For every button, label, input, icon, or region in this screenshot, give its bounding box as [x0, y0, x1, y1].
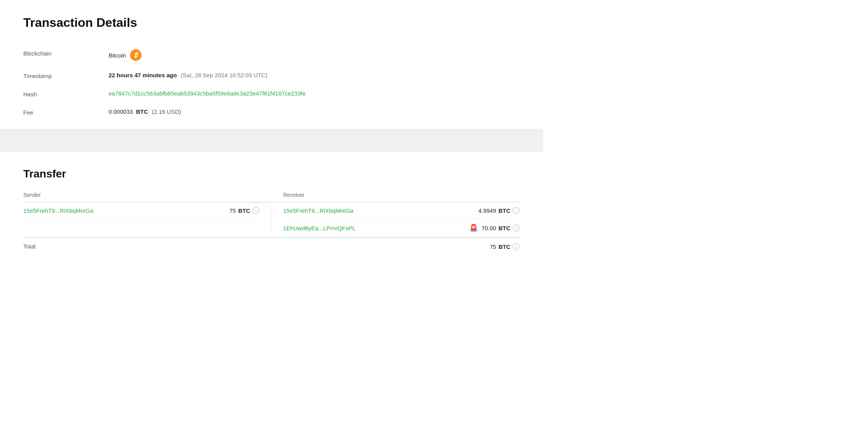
- total-value: 75 BTC i: [489, 243, 520, 250]
- hash-value: ea7847c7d1cc563abfb85eab53943c5ba5f59e6a…: [109, 90, 520, 97]
- fee-usd: (2.16 USD): [152, 108, 181, 115]
- timestamp-value: 22 hours 47 minutes ago (Sat, 28 Sep 202…: [109, 72, 520, 78]
- divider-band: [0, 129, 543, 152]
- receiver-info-icon-0[interactable]: i: [513, 207, 520, 214]
- transfer-data-grid: 15e5FrehT9...RiXbqMreGa 75 BTC i 15e5Fre…: [23, 202, 520, 237]
- blockchain-label: Blockchain: [23, 49, 109, 57]
- fee-row: Fee 0.000033 BTC (2.16 USD): [23, 103, 520, 121]
- timestamp-row: Timestamp 22 hours 47 minutes ago (Sat, …: [23, 66, 520, 85]
- fee-value: 0.000033 BTC (2.16 USD): [109, 108, 520, 115]
- sender-info-icon-0[interactable]: i: [252, 207, 259, 214]
- receiver-address-1[interactable]: 1EhUwd8yEa...LPrnrQFsPL: [283, 225, 356, 231]
- hash-label: Hash: [23, 90, 109, 97]
- sender-amount-unit-0: BTC: [238, 207, 250, 214]
- blockchain-name: Bitcoin: [109, 52, 126, 59]
- timestamp-main: 22 hours 47 minutes ago: [109, 72, 177, 78]
- blockchain-value-inner: Bitcoin ₿: [109, 49, 520, 61]
- total-label: Total: [23, 243, 36, 250]
- hash-row: Hash ea7847c7d1cc563abfb85eab53943c5ba5f…: [23, 85, 520, 103]
- total-section: Total 75 BTC i: [23, 237, 520, 255]
- transfer-headers: Sender Receiver: [23, 192, 520, 202]
- timestamp-label: Timestamp: [23, 72, 109, 79]
- alert-icon-1: 🚨: [469, 224, 478, 232]
- bitcoin-icon: ₿: [130, 49, 142, 61]
- receiver-header: Receiver: [271, 192, 520, 202]
- receiver-amount-value-1: 70.00: [482, 225, 496, 231]
- transfer-title: Transfer: [23, 168, 520, 180]
- receiver-row-0: 15e5FrehT9...RiXbqMreGa 4.9949 BTC i: [283, 202, 520, 219]
- receiver-address-0[interactable]: 15e5FrehT9...RiXbqMreGa: [283, 207, 353, 214]
- sender-amount-value-0: 75: [229, 207, 236, 214]
- sender-address-0[interactable]: 15e5FrehT9...RiXbqMreGa: [23, 207, 93, 214]
- sender-section: 15e5FrehT9...RiXbqMreGa 75 BTC i: [23, 202, 271, 237]
- transfer-section: Transfer Sender Receiver 15e5FrehT9...Ri…: [23, 168, 520, 255]
- sender-header: Sender: [23, 192, 271, 202]
- total-unit: BTC: [498, 243, 510, 250]
- receiver-amount-value-0: 4.9949: [478, 207, 496, 214]
- timestamp-detail: (Sat, 28 Sep 2024 16:52:09 UTC): [181, 72, 267, 78]
- receiver-amount-0: 4.9949 BTC i: [478, 207, 520, 214]
- receiver-amount-unit-0: BTC: [498, 207, 510, 214]
- total-info-icon[interactable]: i: [513, 243, 520, 250]
- blockchain-row: Blockchain Bitcoin ₿: [23, 44, 520, 66]
- fee-label: Fee: [23, 108, 109, 116]
- receiver-amount-1: 🚨 70.00 BTC i: [469, 224, 520, 232]
- receiver-info-icon-1[interactable]: i: [513, 224, 520, 231]
- fee-btc-amount: 0.000033: [109, 108, 133, 115]
- hash-link[interactable]: ea7847c7d1cc563abfb85eab53943c5ba5f59e6a…: [109, 90, 306, 97]
- total-amount: 75: [489, 243, 496, 250]
- detail-section: Blockchain Bitcoin ₿ Timestamp 22 hours …: [23, 44, 520, 121]
- sender-row-0: 15e5FrehT9...RiXbqMreGa 75 BTC i: [23, 202, 259, 219]
- receiver-section: 15e5FrehT9...RiXbqMreGa 4.9949 BTC i 1Eh…: [271, 202, 520, 237]
- receiver-row-1: 1EhUwd8yEa...LPrnrQFsPL 🚨 70.00 BTC i: [283, 219, 520, 237]
- page-title: Transaction Details: [23, 16, 520, 30]
- fee-btc-unit: BTC: [136, 108, 148, 115]
- receiver-amount-unit-1: BTC: [498, 225, 510, 231]
- blockchain-value: Bitcoin ₿: [109, 49, 520, 61]
- sender-amount-0: 75 BTC i: [229, 207, 259, 214]
